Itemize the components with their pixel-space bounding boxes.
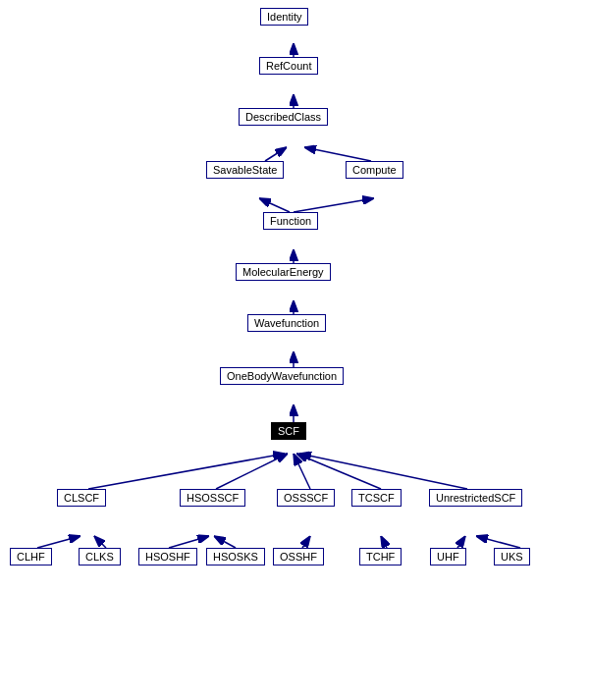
node-refcount: RefCount — [259, 57, 318, 75]
svg-line-20 — [302, 536, 310, 548]
svg-line-14 — [296, 454, 381, 489]
node-tcscf: TCSCF — [351, 489, 402, 507]
node-scf: SCF — [271, 422, 306, 440]
class-hierarchy-diagram: Identity RefCount DescribedClass Savable… — [0, 0, 590, 700]
arrows-svg — [0, 0, 590, 700]
svg-line-4 — [259, 198, 290, 212]
node-ossscf: OSSSCF — [277, 489, 335, 507]
svg-line-5 — [294, 198, 374, 212]
node-hsosscf: HSOSSCF — [180, 489, 245, 507]
node-unrestrictedscf: UnrestrictedSCF — [429, 489, 522, 507]
svg-line-12 — [216, 454, 288, 489]
svg-line-6 — [304, 147, 371, 161]
node-clscf: CLSCF — [57, 489, 106, 507]
svg-line-11 — [88, 454, 285, 489]
svg-line-22 — [457, 536, 465, 548]
svg-line-17 — [94, 536, 106, 548]
node-clks: CLKS — [79, 548, 121, 565]
svg-line-23 — [476, 536, 520, 548]
node-tchf: TCHF — [359, 548, 402, 565]
node-uks: UKS — [494, 548, 530, 565]
node-molecularenergy: MolecularEnergy — [236, 263, 331, 281]
svg-line-16 — [37, 536, 80, 548]
svg-line-3 — [265, 147, 287, 161]
node-describedclass: DescribedClass — [239, 108, 328, 126]
svg-line-15 — [299, 454, 467, 489]
node-clhf: CLHF — [10, 548, 52, 565]
node-function: Function — [263, 212, 318, 230]
node-hsoshf: HSOSHF — [138, 548, 197, 565]
svg-line-13 — [294, 454, 310, 489]
svg-line-19 — [214, 536, 236, 548]
node-osshf: OSSHF — [273, 548, 324, 565]
node-identity: Identity — [260, 8, 308, 26]
node-wavefunction: Wavefunction — [247, 314, 326, 332]
node-uhf: UHF — [430, 548, 466, 565]
node-hsosks: HSOSKS — [206, 548, 265, 565]
svg-line-18 — [169, 536, 209, 548]
svg-line-21 — [381, 536, 387, 548]
node-onebodywavefunction: OneBodyWavefunction — [220, 367, 344, 385]
node-savablestate: SavableState — [206, 161, 284, 179]
node-compute: Compute — [346, 161, 403, 179]
